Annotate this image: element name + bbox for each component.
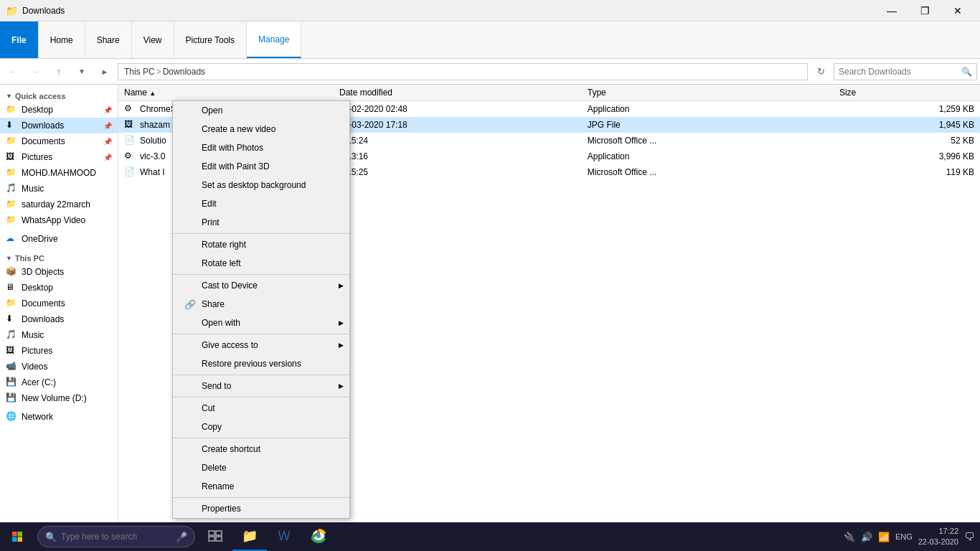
sidebar-item-downloads-pc[interactable]: ⬇ Downloads (0, 311, 118, 327)
sidebar-item-videos-pc[interactable]: 📹 Videos (0, 359, 118, 375)
sidebar-item-whatsapp[interactable]: 📁 WhatsApp Video (0, 212, 118, 228)
taskbar-chrome[interactable] (301, 522, 336, 551)
taskbar-file-explorer[interactable]: 📁 (232, 522, 267, 551)
pictures-icon: 🖼 (6, 345, 17, 357)
col-date[interactable]: Date modified (334, 85, 582, 101)
forward-button[interactable]: → (26, 62, 46, 82)
context-menu-item[interactable]: Rename (173, 477, 349, 496)
context-menu-item[interactable]: Copy (173, 418, 349, 436)
taskbar-word[interactable]: W (267, 522, 301, 551)
menu-item-icon (184, 105, 196, 116)
sidebar-item-3dobjects[interactable]: 📦 3D Objects (0, 264, 118, 280)
context-menu-item[interactable]: Restore previous versions (173, 354, 349, 373)
address-path[interactable]: This PC > Downloads (118, 63, 808, 80)
sidebar-item-mohd[interactable]: 📁 MOHD.MAHMOOD (0, 165, 118, 181)
taskbar-search-box[interactable]: 🔍 🎤 (37, 526, 195, 547)
tab-home[interactable]: Home (39, 22, 85, 58)
context-menu-item[interactable]: Rotate right (173, 235, 349, 254)
sidebar-item-desktop-quick[interactable]: 📁 Desktop 📌 (0, 102, 118, 118)
taskbar-clock[interactable]: 17:22 22-03-2020 (918, 526, 958, 548)
maximize-button[interactable]: ❐ (908, 0, 941, 22)
recent-locations-button[interactable]: ▼ (72, 62, 92, 82)
context-menu-item[interactable]: Open with (173, 314, 349, 332)
context-menu-item[interactable]: Edit with Photos (173, 138, 349, 157)
sidebar-item-acer[interactable]: 💾 Acer (C:) (0, 375, 118, 390)
sidebar-item-pictures-quick[interactable]: 🖼 Pictures 📌 (0, 149, 118, 165)
file-type: Microsoft Office ... (582, 164, 834, 180)
context-menu-item[interactable]: Properties (173, 499, 349, 518)
context-menu-item[interactable]: Send to (173, 377, 349, 395)
sidebar-item-saturday[interactable]: 📁 saturday 22march (0, 197, 118, 212)
close-button[interactable]: ✕ (941, 0, 974, 22)
sidebar-item-documents-pc[interactable]: 📁 Documents (0, 296, 118, 311)
col-type[interactable]: Type (582, 85, 834, 101)
tab-view[interactable]: View (132, 22, 174, 58)
path-this-pc[interactable]: This PC (124, 67, 155, 77)
taskbar-search-input[interactable] (61, 532, 171, 542)
sidebar-item-pictures-pc[interactable]: 🖼 Pictures (0, 343, 118, 359)
expand-address-button[interactable]: ► (95, 62, 115, 82)
context-menu-item[interactable]: Cut (173, 399, 349, 418)
file-size: 1,259 KB (834, 101, 980, 117)
tab-manage[interactable]: Manage (247, 22, 301, 58)
path-separator: > (156, 67, 161, 77)
context-menu-item[interactable]: Open (173, 101, 349, 120)
sidebar-item-newvolume[interactable]: 💾 New Volume (D:) (0, 390, 118, 406)
file-name: vlc-3.0 (140, 151, 165, 161)
path-downloads[interactable]: Downloads (163, 67, 205, 77)
context-menu-item[interactable]: Rotate left (173, 254, 349, 273)
sidebar-item-documents-quick[interactable]: 📁 Documents 📌 (0, 133, 118, 149)
file-type: JPG File (582, 117, 834, 133)
volume-icon[interactable]: 🔊 (861, 532, 872, 542)
search-icon: 🔍 (961, 67, 972, 77)
context-menu-item[interactable]: Give access to (173, 336, 349, 354)
tab-picture-tools[interactable]: Picture Tools (174, 22, 247, 58)
microphone-icon: 🎤 (176, 532, 187, 542)
sidebar-item-music-quick[interactable]: 🎵 Music (0, 181, 118, 197)
menu-item-icon (184, 317, 196, 329)
minimize-button[interactable]: — (875, 0, 908, 22)
search-input[interactable] (839, 67, 961, 77)
context-menu-item[interactable]: Set as desktop background (173, 176, 349, 194)
context-menu-item[interactable]: Cast to Device (173, 276, 349, 295)
file-size: 3,996 KB (834, 149, 980, 164)
context-menu-item[interactable]: Print (173, 213, 349, 232)
file-icon: 📄 (124, 166, 136, 178)
sidebar-item-desktop-pc[interactable]: 🖥 Desktop (0, 280, 118, 296)
refresh-button[interactable]: ↻ (811, 62, 831, 82)
file-name: shazam (140, 120, 170, 130)
main-layout: ▼ Quick access 📁 Desktop 📌 ⬇ Downloads 📌… (0, 85, 980, 529)
start-button[interactable] (0, 522, 34, 551)
sidebar-item-onedrive[interactable]: ☁ OneDrive (0, 231, 118, 247)
context-menu-item[interactable]: Edit with Paint 3D (173, 157, 349, 176)
up-button[interactable]: ↑ (49, 62, 69, 82)
sidebar-item-music-pc[interactable]: 🎵 Music (0, 327, 118, 343)
task-view-button[interactable] (198, 522, 232, 551)
chevron-icon: ▼ (6, 93, 12, 100)
back-button[interactable]: ← (3, 62, 23, 82)
context-menu-item[interactable]: Edit (173, 194, 349, 213)
file-type: Application (582, 149, 834, 164)
search-box[interactable]: 🔍 (834, 63, 977, 80)
file-icon: ⚙ (124, 151, 136, 162)
col-size[interactable]: Size (834, 85, 980, 101)
context-menu-label: Set as desktop background (202, 180, 338, 190)
context-menu-item[interactable]: Create shortcut (173, 440, 349, 458)
menu-item-icon (184, 402, 196, 414)
tab-share[interactable]: Share (85, 22, 132, 58)
title-bar: 📁 Downloads — ❐ ✕ (0, 0, 980, 22)
notification-icon[interactable]: 🗨 (964, 531, 974, 542)
context-menu-item[interactable]: 🔗Share (173, 295, 349, 314)
context-menu-label: Edit with Paint 3D (202, 161, 338, 171)
network-icon[interactable]: 📶 (878, 532, 890, 542)
context-menu-item[interactable]: Create a new video (173, 120, 349, 138)
thispc-group[interactable]: ▼ This PC (0, 250, 118, 264)
sidebar-item-network[interactable]: 🌐 Network (0, 409, 118, 425)
col-name[interactable]: Name ▲ (118, 85, 334, 101)
sidebar-item-downloads-quick[interactable]: ⬇ Downloads 📌 (0, 118, 118, 133)
context-menu-label: Share (202, 299, 338, 309)
tab-file[interactable]: File (0, 22, 39, 58)
context-menu-item[interactable]: Delete (173, 458, 349, 477)
quick-access-group[interactable]: ▼ Quick access (0, 88, 118, 102)
date-display: 22-03-2020 (918, 537, 958, 547)
